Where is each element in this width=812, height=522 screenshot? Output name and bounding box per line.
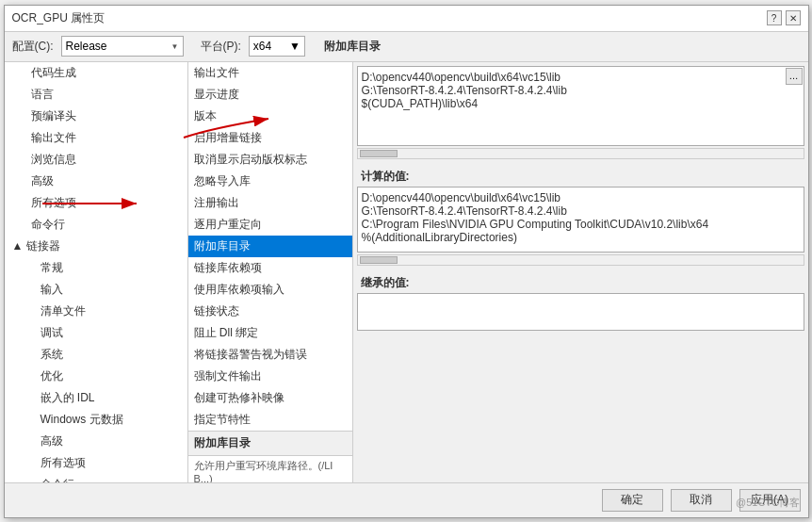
main-scrollbar[interactable]: [357, 148, 804, 159]
tree-item-language[interactable]: 语言: [5, 84, 187, 106]
mid-item-showprog[interactable]: 显示进度: [188, 84, 352, 106]
mid-item-warnaserr[interactable]: 将链接器警告视为错误: [188, 344, 352, 366]
toolbar: 配置(C): Release ▼ 平台(P): x64 ▼ 附加库目录: [5, 32, 808, 62]
tree-item-system[interactable]: 系统: [5, 344, 187, 366]
main-values-section: D:\opencv440\opencv\build\x64\vc15\lib G…: [357, 66, 804, 159]
calc-values-textbox[interactable]: D:\opencv440\opencv\build\x64\vc15\lib G…: [357, 187, 804, 253]
inherited-values-textbox[interactable]: [357, 293, 804, 331]
help-button[interactable]: ?: [767, 10, 782, 25]
mid-item-linkdeps[interactable]: 链接库依赖项: [188, 257, 352, 279]
tree-item-input[interactable]: 输入: [5, 279, 187, 301]
watermark: @51CTO博客: [736, 496, 800, 510]
tree-item-embed-idl[interactable]: 嵌入的 IDL: [5, 387, 187, 409]
main-value-1: D:\opencv440\opencv\build\x64\vc15\lib: [362, 71, 800, 84]
tree-item-all-options[interactable]: 所有选项: [5, 192, 187, 214]
tree-item-cmdline[interactable]: 命令行: [5, 214, 187, 236]
tree-item-optimize[interactable]: 优化: [5, 366, 187, 387]
window-title: OCR_GPU 属性页: [12, 10, 106, 26]
mid-section-header: 附加库目录: [188, 431, 352, 456]
main-value-2: G:\TensorRT-8.4.2.4\TensorRT-8.4.2.4\lib: [362, 84, 800, 97]
mid-item-ignoreimport[interactable]: 忽略导入库: [188, 171, 352, 192]
mid-item-usedepsinput[interactable]: 使用库依赖项输入: [188, 279, 352, 301]
platform-dropdown-arrow: ▼: [289, 40, 300, 53]
calc-values-section: 计算的值: D:\opencv440\opencv\build\x64\vc15…: [357, 165, 804, 266]
calc-scrollbar[interactable]: [357, 254, 804, 266]
tree-item-advanced[interactable]: 高级: [5, 171, 187, 192]
right-panel: D:\opencv440\opencv\build\x64\vc15\lib G…: [353, 62, 808, 482]
linker-group-label: ▲ 链接器: [12, 238, 60, 254]
calc-value-2: G:\TensorRT-8.4.2.4\TensorRT-8.4.2.4\lib: [362, 204, 800, 218]
tree-item-winmeta[interactable]: Windows 元数据: [5, 409, 187, 431]
mid-item-peruser[interactable]: 逐用户重定向: [188, 214, 352, 236]
calc-value-4: %(AdditionalLibraryDirectories): [362, 231, 800, 244]
tree-item-codegen[interactable]: 代码生成: [5, 62, 187, 84]
config-dropdown-arrow: ▼: [171, 42, 179, 51]
inherited-title: 继承的值:: [357, 271, 804, 293]
config-value: Release: [66, 40, 107, 53]
platform-label: 平台(P):: [201, 39, 241, 55]
content-area: 代码生成 语言 预编译头 输出文件 浏览信息 高级 所有选项 命令行 ▲ 链接器…: [5, 62, 808, 482]
tree-item-output[interactable]: 输出文件: [5, 127, 187, 149]
tree-item-debug[interactable]: 调试: [5, 322, 187, 344]
mid-item-hotpatch[interactable]: 创建可热修补映像: [188, 387, 352, 409]
cancel-button[interactable]: 取消: [671, 489, 732, 512]
right-panel-header-top: 附加库目录: [324, 39, 381, 55]
tree-item-manifest[interactable]: 清单文件: [5, 301, 187, 322]
mid-item-addlibdir[interactable]: 附加库目录: [188, 236, 352, 257]
mid-item-blockdll[interactable]: 阻止 Dll 绑定: [188, 322, 352, 344]
scrollbar-thumb: [360, 150, 398, 157]
mid-item-forceout[interactable]: 强制文件输出: [188, 366, 352, 387]
tree-item-normal[interactable]: 常规: [5, 257, 187, 279]
platform-select[interactable]: x64 ▼: [249, 36, 305, 57]
close-button[interactable]: ✕: [786, 10, 801, 25]
dialog-window: OCR_GPU 属性页 ? ✕ 配置(C): Release ▼ 平台(P): …: [4, 5, 809, 518]
title-buttons: ? ✕: [767, 10, 801, 25]
tree-item-adv2[interactable]: 高级: [5, 431, 187, 452]
config-label: 配置(C):: [12, 39, 54, 55]
mid-item-linkstatus[interactable]: 链接状态: [188, 301, 352, 322]
mid-item-regoutput[interactable]: 注册输出: [188, 192, 352, 214]
left-tree-panel: 代码生成 语言 预编译头 输出文件 浏览信息 高级 所有选项 命令行 ▲ 链接器…: [5, 62, 188, 482]
mid-item-sectionspec[interactable]: 指定节特性: [188, 409, 352, 431]
edit-icon-button[interactable]: …: [786, 68, 803, 85]
calc-title: 计算的值:: [357, 165, 804, 187]
calc-value-3: C:\Program Files\NVIDIA GPU Computing To…: [362, 218, 800, 231]
tree-item-allopts2[interactable]: 所有选项: [5, 452, 187, 474]
mid-item-version[interactable]: 版本: [188, 106, 352, 127]
button-row: 确定 取消 应用(A): [5, 482, 808, 517]
config-select[interactable]: Release ▼: [61, 36, 184, 57]
calc-scrollbar-thumb: [360, 256, 398, 264]
tree-item-precompiled[interactable]: 预编译头: [5, 106, 187, 127]
ok-button[interactable]: 确定: [602, 489, 663, 512]
title-bar: OCR_GPU 属性页 ? ✕: [5, 6, 808, 32]
tree-group-linker[interactable]: ▲ 链接器: [5, 236, 187, 257]
main-value-3: $(CUDA_PATH)\lib\x64: [362, 97, 800, 110]
tree-item-cmdline2[interactable]: 命令行: [5, 474, 187, 482]
tree-item-browse[interactable]: 浏览信息: [5, 149, 187, 171]
calc-value-1: D:\opencv440\opencv\build\x64\vc15\lib: [362, 191, 800, 204]
mid-item-outputfile[interactable]: 输出文件: [188, 62, 352, 84]
mid-item-suppress[interactable]: 取消显示启动版权标志: [188, 149, 352, 171]
inherited-values-section: 继承的值:: [357, 271, 804, 331]
main-values-textbox[interactable]: D:\opencv440\opencv\build\x64\vc15\lib G…: [357, 66, 804, 146]
middle-panel: 输出文件 显示进度 版本 启用增量链接 取消显示启动版权标志 忽略导入库 注册输…: [188, 62, 353, 482]
platform-value: x64: [253, 40, 271, 53]
mid-item-incremental[interactable]: 启用增量链接: [188, 127, 352, 149]
mid-section-desc: 允许用户重写环境库路径。(/LIB...): [188, 456, 352, 482]
